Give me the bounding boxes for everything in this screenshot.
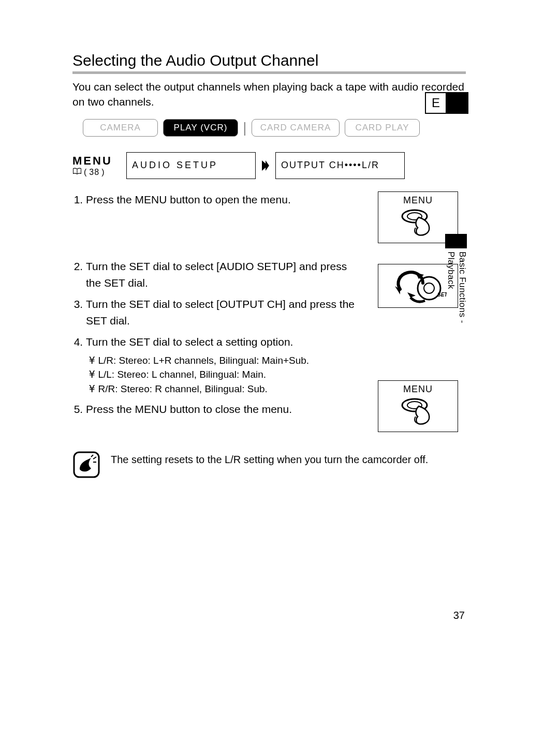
mode-card-play: CARD PLAY (345, 119, 420, 137)
panel-menu-label-2: MENU (378, 384, 458, 395)
menu-ref-num: 38 (89, 168, 99, 177)
svg-line-8 (91, 455, 93, 457)
mode-card-camera: CARD CAMERA (252, 119, 340, 137)
book-icon (72, 168, 82, 177)
sub-c: R/R: Stereo: R channel, Bilingual: Sub. (98, 382, 267, 396)
svg-line-9 (93, 457, 96, 459)
sub-a: L/R: Stereo: L+R channels, Bilingual: Ma… (98, 353, 309, 368)
intro-text: You can select the output channels when … (72, 79, 466, 110)
side-text: Basic Functions - Playback (445, 251, 468, 323)
set-dial-icon: SET (390, 268, 447, 304)
step-2: Turn the SET dial to select [AUDIO SETUP… (86, 258, 363, 291)
menu-cell-output-ch: OUTPUT CH••••L/R (275, 152, 405, 179)
page-content: Selecting the Audio Output Channel You c… (72, 52, 466, 479)
language-bar (447, 92, 468, 114)
sub-b: L/L: Stereo: L channel, Bilingual: Main. (98, 367, 266, 382)
step-1: Press the MENU button to open the menu. (86, 191, 363, 254)
press-button-icon (400, 396, 436, 426)
step-3: Turn the SET dial to select [OUTPUT CH] … (86, 296, 363, 329)
menu-label: MENU (38) (72, 154, 122, 177)
menu-page-ref: (38) (72, 168, 105, 177)
step-4-text: Turn the SET dial to select a setting op… (86, 336, 293, 348)
menu-button-figure-2: MENU (378, 380, 458, 432)
arrow-icon (260, 152, 271, 179)
menu-path-row: MENU (38) AUDIO SETUP OUTPUT CH••••L/R (72, 152, 466, 179)
note-row: The setting resets to the L/R setting wh… (72, 451, 466, 479)
mode-separator: | (243, 119, 246, 137)
menu-cell-audio-setup: AUDIO SETUP (126, 152, 256, 179)
page-number: 37 (453, 610, 465, 621)
close-paren: ) (101, 168, 105, 177)
language-badge: E (425, 92, 468, 114)
page-title: Selecting the Audio Output Channel (72, 52, 466, 74)
side-line2: Playback (446, 251, 456, 289)
mode-camera: CAMERA (83, 119, 158, 137)
step-4-suboptions: ¥L/R: Stereo: L+R channels, Bilingual: M… (89, 353, 363, 396)
steps-list: Press the MENU button to open the menu. … (72, 191, 363, 432)
mode-play-vcr: PLAY (VCR) (163, 119, 238, 137)
press-button-icon (400, 207, 436, 237)
steps-block: Press the MENU button to open the menu. … (72, 191, 466, 432)
bullet-icon: ¥ (89, 353, 95, 368)
step-4: Turn the SET dial to select a setting op… (86, 334, 363, 396)
side-bar (445, 234, 467, 248)
panel-menu-label: MENU (378, 195, 458, 206)
open-paren: ( (84, 168, 87, 177)
svg-point-3 (424, 283, 434, 293)
section-side-label: Basic Functions - Playback (445, 234, 468, 323)
note-text: The setting resets to the L/R setting wh… (111, 451, 428, 466)
note-icon (72, 451, 100, 479)
bullet-icon: ¥ (89, 382, 95, 396)
language-letter: E (425, 92, 447, 114)
step-5: Press the MENU button to close the menu. (86, 401, 363, 418)
bullet-icon: ¥ (89, 367, 95, 382)
side-line1: Basic Functions - (458, 251, 467, 323)
menu-word: MENU (72, 154, 122, 168)
step-1-text: Press the MENU button to open the menu. (86, 194, 291, 205)
mode-selector-row: CAMERA PLAY (VCR) | CARD CAMERA CARD PLA… (83, 119, 466, 137)
